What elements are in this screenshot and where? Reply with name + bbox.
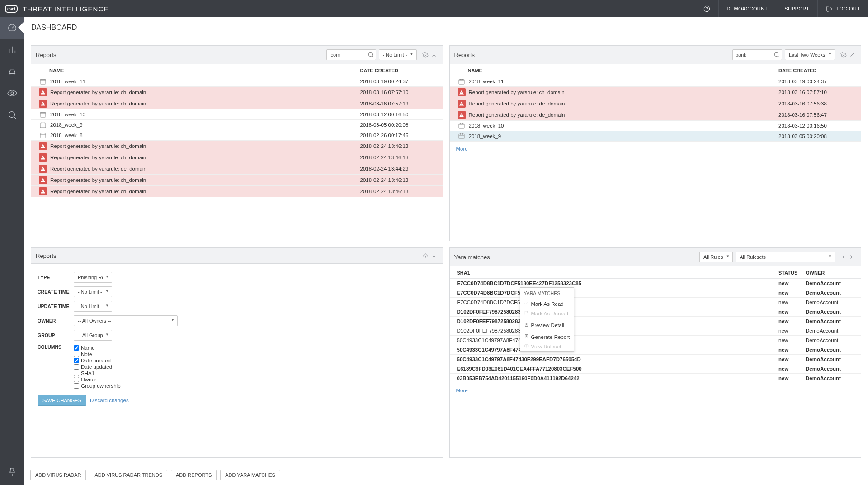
nav-search[interactable] xyxy=(0,104,24,126)
svg-rect-12 xyxy=(459,124,464,128)
table-row[interactable]: 2018_week_102018-03-12 00:16:50 xyxy=(31,109,443,120)
yara-row[interactable]: E7CC0D74D8BC1D7DCF5180newDemoAccount xyxy=(450,288,861,298)
col-name: NAME xyxy=(468,68,779,73)
yara-row[interactable]: 50C4933C1C49797A8F47430F299EAFD7D765054D… xyxy=(450,355,861,364)
table-row[interactable]: Report generated by yararule: ch_domain2… xyxy=(31,87,443,98)
rulesets-select[interactable]: All Rulesets xyxy=(736,252,835,262)
table-row[interactable]: Report generated by yararule: ch_domain2… xyxy=(31,175,443,186)
row-date: 2018-03-16 07:57:10 xyxy=(778,90,855,95)
column-checkbox[interactable]: Group ownership xyxy=(74,383,121,389)
yara-row[interactable]: 03B053EB754AD4201155190F0D0A411192D64242… xyxy=(450,374,861,383)
owner-cell: DemoAccount xyxy=(806,347,855,352)
check-icon xyxy=(524,301,529,307)
table-row[interactable]: 2018_week_92018-03-05 00:20:08 xyxy=(31,120,443,130)
table-row[interactable]: Report generated by yararule: ch_domain2… xyxy=(31,152,443,163)
table-row[interactable]: 2018_week_92018-03-05 00:20:08 xyxy=(450,131,861,142)
close-button[interactable] xyxy=(848,51,856,59)
add-reports-button[interactable]: ADD REPORTS xyxy=(171,470,217,480)
close-button[interactable] xyxy=(430,51,438,59)
yara-row[interactable]: D102DF0FEF7987258028379newDemoAccount xyxy=(450,326,861,336)
table-row[interactable]: 2018_week_102018-03-12 00:16:50 xyxy=(450,121,861,131)
yara-row[interactable]: E7CC0D74D8BC1D7DCF5180DnewDemoAccount xyxy=(450,298,861,307)
checkbox-label: Name xyxy=(81,345,95,351)
row-date: 2018-03-16 07:56:38 xyxy=(778,101,855,106)
table-row[interactable]: Report generated by yararule: ch_domain2… xyxy=(31,141,443,152)
nav-view[interactable] xyxy=(0,82,24,104)
column-checkbox[interactable]: Owner xyxy=(74,377,121,382)
group-select[interactable]: -- All Groups -- xyxy=(74,330,112,341)
table-row[interactable]: Report generated by yararule: de_domain2… xyxy=(450,98,861,109)
limit-select[interactable]: Last Two Weeks xyxy=(785,49,835,60)
sha-cell: D102DF0FEF7987258028379 xyxy=(457,328,779,333)
add-yara-matches-button[interactable]: ADD YARA MATCHES xyxy=(220,470,280,480)
rules-select[interactable]: All Rules xyxy=(699,252,733,262)
svg-rect-7 xyxy=(40,123,46,128)
yara-row[interactable]: E6189C6FD03E061D401CEA4FFA77120803CEF500… xyxy=(450,364,861,374)
table-row[interactable]: Report generated by yararule: de_domain2… xyxy=(31,163,443,175)
bar-chart-icon xyxy=(7,45,17,55)
yara-row[interactable]: D102DF0FEF7987258028379newDemoAccount xyxy=(450,317,861,326)
update-time-select[interactable]: - No Limit - xyxy=(74,301,112,312)
checkbox[interactable] xyxy=(74,371,79,376)
add-virus-radar-trends-button[interactable]: ADD VIRUS RADAR TRENDS xyxy=(90,470,167,480)
checkbox[interactable] xyxy=(74,364,79,370)
discard-changes-link[interactable]: Discard changes xyxy=(90,398,129,403)
checkbox[interactable] xyxy=(74,352,79,357)
logout-button[interactable]: LOG OUT xyxy=(817,0,868,17)
create-time-select[interactable]: - No Limit - xyxy=(74,286,112,297)
row-name: 2018_week_10 xyxy=(468,123,779,128)
table-row[interactable]: Report generated by yararule: ch_domain2… xyxy=(31,186,443,197)
context-menu-item[interactable]: Mark As Read xyxy=(520,299,574,309)
table-row[interactable]: Report generated by yararule: ch_domain2… xyxy=(450,87,861,98)
col-date: DATE CREATED xyxy=(778,68,855,73)
column-checkbox[interactable]: Name xyxy=(74,345,121,351)
account-button[interactable]: DEMOACCOUNT xyxy=(718,0,776,17)
column-checkbox[interactable]: Date updated xyxy=(74,364,121,370)
yara-row[interactable]: D102DF0FEF798725802837newDemoAccount xyxy=(450,307,861,317)
yara-row[interactable]: 50C4933C1C49797A8F47430newDemoAccount xyxy=(450,345,861,355)
support-button[interactable]: SUPPORT xyxy=(776,0,817,17)
table-row[interactable]: Report generated by yararule: ch_domain2… xyxy=(31,98,443,109)
checkbox[interactable] xyxy=(74,377,79,382)
type-select[interactable]: Phishing Reports xyxy=(74,272,112,283)
table-row[interactable]: 2018_week_112018-03-19 00:24:37 xyxy=(31,76,443,87)
close-icon xyxy=(431,252,437,259)
close-button[interactable] xyxy=(430,252,438,260)
limit-select[interactable]: - No Limit - xyxy=(379,49,417,60)
nav-stats[interactable] xyxy=(0,39,24,61)
table-row[interactable]: 2018_week_82018-02-26 00:17:46 xyxy=(31,130,443,141)
owner-select[interactable]: -- All Owners -- xyxy=(74,315,178,326)
yara-row[interactable]: E7CC0D74D8BC1D7DCF5180EE427DF1258323C85n… xyxy=(450,279,861,288)
row-name: Report generated by yararule: ch_domain xyxy=(49,143,360,149)
settings-button[interactable] xyxy=(421,51,429,59)
column-checkbox[interactable]: Date created xyxy=(74,358,121,363)
checkbox[interactable] xyxy=(74,383,79,389)
yara-row[interactable]: 50C4933C1C49797A8F47430FnewDemoAccount xyxy=(450,336,861,345)
settings-button[interactable] xyxy=(421,252,429,260)
table-header: NAME DATE CREATED xyxy=(450,64,861,76)
settings-button[interactable] xyxy=(840,51,848,59)
table-row[interactable]: 2018_week_112018-03-19 00:24:37 xyxy=(450,76,861,87)
checkbox-label: Owner xyxy=(81,377,96,382)
checkbox-label: SHA1 xyxy=(81,371,94,376)
nav-cars[interactable] xyxy=(0,61,24,82)
checkbox[interactable] xyxy=(74,345,79,351)
save-changes-button[interactable]: SAVE CHANGES xyxy=(38,395,86,406)
context-menu-item[interactable]: Preview Detail xyxy=(520,320,574,330)
row-name: 2018_week_11 xyxy=(49,79,360,84)
context-menu-item[interactable]: Generate Report xyxy=(520,332,574,342)
owner-cell: DemoAccount xyxy=(806,366,855,371)
column-checkbox[interactable]: SHA1 xyxy=(74,371,121,376)
close-button[interactable] xyxy=(848,253,856,261)
table-row[interactable]: Report generated by yararule: de_domain2… xyxy=(450,109,861,121)
owner-cell: DemoAccount xyxy=(806,300,855,305)
more-link[interactable]: More xyxy=(450,383,861,398)
checkbox[interactable] xyxy=(74,358,79,363)
settings-button[interactable] xyxy=(840,253,848,261)
column-checkbox[interactable]: Note xyxy=(74,352,121,357)
nav-pin[interactable] xyxy=(0,463,24,485)
help-button[interactable] xyxy=(695,0,718,17)
more-link[interactable]: More xyxy=(450,142,861,156)
add-virus-radar-button[interactable]: ADD VIRUS RADAR xyxy=(30,470,86,480)
columns-label: COLUMNS xyxy=(38,344,74,350)
